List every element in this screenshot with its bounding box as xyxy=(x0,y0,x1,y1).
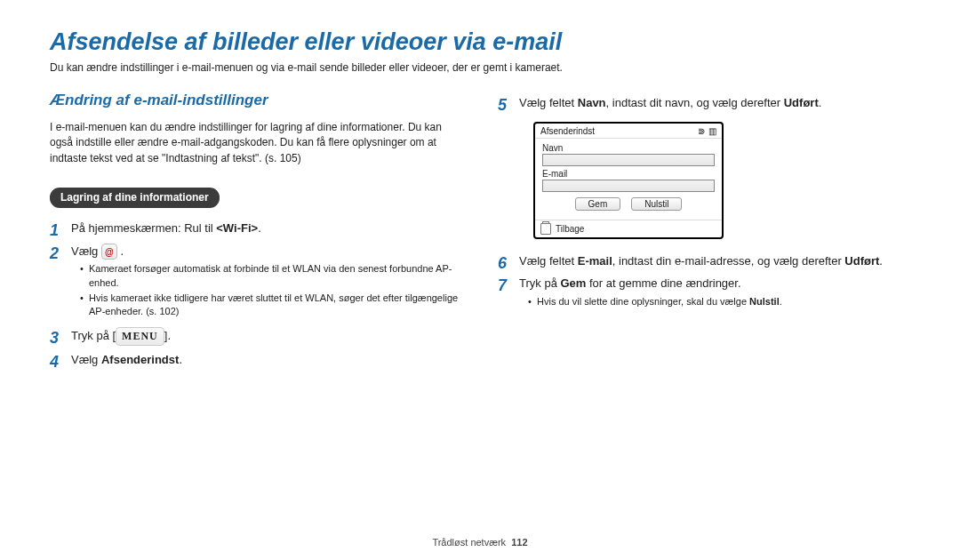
subheader-pill: Lagring af dine informationer xyxy=(50,188,220,208)
step-2: Vælg @ . Kameraet forsøger automatisk at… xyxy=(50,240,462,324)
section-body: I e-mail-menuen kan du ændre indstilling… xyxy=(50,120,462,166)
device-label-name: Navn xyxy=(542,143,715,153)
device-reset-button[interactable]: Nulstil xyxy=(631,197,682,211)
wifi-icon: ⋑ xyxy=(698,126,705,136)
section-subhead: Ændring af e-mail-indstillinger xyxy=(50,92,462,109)
email-app-icon: @ xyxy=(101,244,117,260)
device-label-email: E-mail xyxy=(542,169,715,179)
device-save-button[interactable]: Gem xyxy=(575,197,621,211)
step-6: Vælg feltet E-mail, indtast din e-mail-a… xyxy=(498,250,910,273)
step-2-bullet: Hvis kameraet ikke tidligere har været s… xyxy=(80,291,462,320)
step-5: Vælg feltet Navn, indtast dit navn, og v… xyxy=(498,92,910,115)
intro-text: Du kan ændre indstillinger i e-mail-menu… xyxy=(50,61,910,74)
step-2-bullet: Kameraet forsøger automatisk at forbinde… xyxy=(80,261,462,291)
step-3: Tryk på [MENU]. xyxy=(50,324,462,348)
step-1: På hjemmeskærmen: Rul til <Wi-Fi>. xyxy=(50,217,462,240)
device-screenshot: Afsenderindst ⋑ ▥ Navn E-mail Gem Nulsti… xyxy=(533,122,724,239)
page-title: Afsendelse af billeder eller videoer via… xyxy=(50,28,910,56)
page-footer: Trådløst netværk 112 xyxy=(0,537,960,548)
device-email-field[interactable] xyxy=(542,180,715,192)
battery-icon: ▥ xyxy=(708,126,716,136)
device-name-field[interactable] xyxy=(542,154,715,166)
step-7-bullet: Hvis du vil slette dine oplysninger, ska… xyxy=(528,294,910,309)
menu-button-icon: MENU xyxy=(116,327,164,346)
trash-icon xyxy=(540,223,551,235)
device-back-label: Tilbage xyxy=(556,224,584,234)
device-title: Afsenderindst xyxy=(540,126,595,136)
step-4: Vælg Afsenderindst. xyxy=(50,348,462,372)
step-7: Tryk på Gem for at gemme dine ændringer.… xyxy=(498,272,910,314)
